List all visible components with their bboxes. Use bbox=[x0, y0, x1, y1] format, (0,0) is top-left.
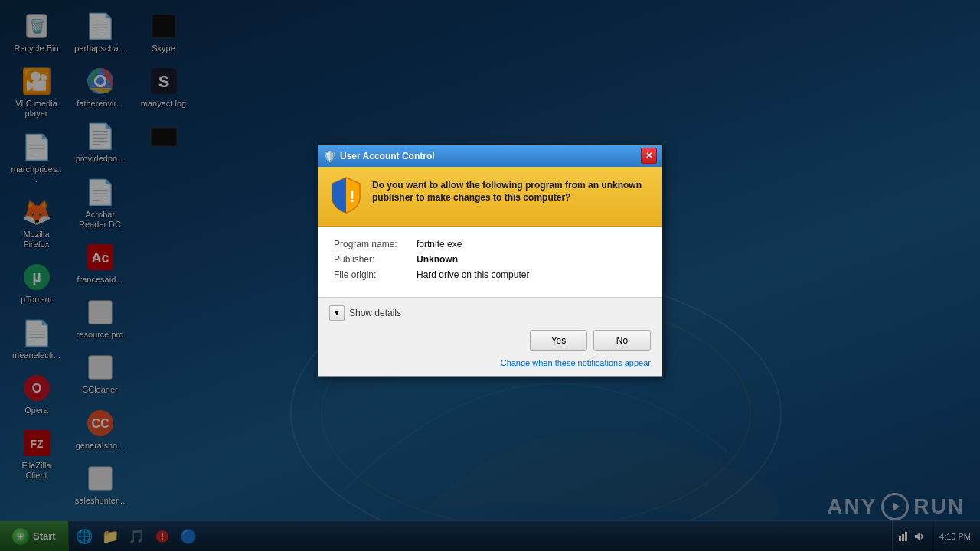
uac-dialog: 🛡️ User Account Control ✕ bbox=[318, 145, 662, 377]
uac-close-button[interactable]: ✕ bbox=[641, 148, 657, 164]
uac-yes-button[interactable]: Yes bbox=[530, 330, 587, 351]
uac-program-row: Program name: fortnite.exe bbox=[334, 239, 646, 249]
uac-publisher-row: Publisher: Unknown bbox=[334, 254, 646, 265]
uac-program-label: Program name: bbox=[334, 239, 410, 249]
uac-titlebar: 🛡️ User Account Control ✕ bbox=[318, 145, 662, 167]
uac-shield-icon: ! bbox=[329, 176, 363, 217]
uac-overlay: 🛡️ User Account Control ✕ bbox=[0, 0, 980, 551]
uac-change-link[interactable]: Change when these notifications appear bbox=[501, 358, 651, 367]
uac-no-button[interactable]: No bbox=[593, 330, 651, 351]
uac-fileorigin-row: File origin: Hard drive on this computer bbox=[334, 269, 646, 280]
uac-fileorigin-label: File origin: bbox=[334, 269, 410, 280]
uac-title-text: User Account Control bbox=[340, 151, 636, 161]
uac-title-icon: 🛡️ bbox=[323, 150, 335, 162]
uac-body: Program name: fortnite.exe Publisher: Un… bbox=[318, 227, 662, 297]
svg-text:!: ! bbox=[349, 187, 354, 206]
uac-change-link-container: Change when these notifications appear bbox=[329, 357, 651, 368]
uac-fileorigin-value: Hard drive on this computer bbox=[416, 269, 529, 280]
uac-publisher-label: Publisher: bbox=[334, 254, 410, 265]
uac-publisher-value: Unknown bbox=[416, 254, 458, 265]
uac-buttons: Yes No bbox=[329, 330, 651, 351]
uac-program-value: fortnite.exe bbox=[416, 239, 462, 249]
uac-footer: ▼ Show details Yes No Change when these … bbox=[318, 297, 662, 376]
show-details-arrow[interactable]: ▼ bbox=[329, 305, 345, 321]
uac-show-details-row: ▼ Show details bbox=[329, 305, 651, 321]
uac-header: ! Do you want to allow the following pro… bbox=[318, 167, 662, 227]
uac-question-text: Do you want to allow the following progr… bbox=[372, 176, 651, 205]
show-details-text[interactable]: Show details bbox=[349, 308, 401, 318]
